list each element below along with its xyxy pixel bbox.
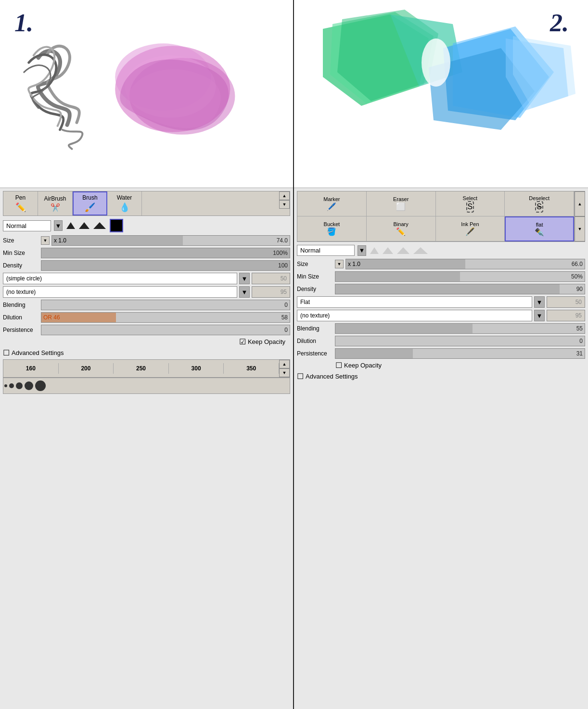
tool-scroll-down[interactable]: ▼: [279, 200, 290, 209]
left-texture-value: 95: [252, 286, 290, 298]
tool-brush[interactable]: Brush 🖌️: [73, 191, 107, 215]
left-density-row: Density 100: [3, 260, 290, 271]
left-persistence-slider[interactable]: 0: [41, 325, 290, 335]
right-keep-opacity-checkbox[interactable]: ☐: [335, 361, 342, 370]
airbrush-icon: ✂️: [51, 203, 60, 212]
right-tool-scroll: ▲ ▼: [574, 191, 585, 241]
left-min-size-slider[interactable]: 100%: [41, 248, 290, 258]
tool-pen[interactable]: Pen ✏️: [3, 191, 38, 215]
brush-dot-md: [16, 382, 23, 389]
preset-300[interactable]: 300: [169, 363, 224, 374]
left-brush-preview: [3, 378, 290, 394]
tool-bucket[interactable]: Bucket 🪣: [297, 216, 367, 241]
tool-select[interactable]: Select S: [436, 191, 505, 216]
right-tool-scroll-up[interactable]: ▲: [575, 191, 585, 216]
right-shape-dropdown-label[interactable]: Flat: [297, 296, 532, 308]
left-density-slider[interactable]: 100: [41, 260, 290, 271]
brush-shape-large-icon[interactable]: [92, 220, 107, 231]
tool-flat[interactable]: flat ✒️: [505, 216, 574, 241]
left-blending-value: 0: [284, 302, 288, 308]
tool-water[interactable]: Water 💧: [107, 191, 142, 215]
deselect-label: Deselect: [529, 195, 550, 201]
tool-scroll-up[interactable]: ▲: [279, 191, 290, 200]
preset-160[interactable]: 160: [3, 363, 59, 374]
marker-icon: 🖊️: [327, 202, 336, 211]
tool-deselect[interactable]: Deselect S: [505, 191, 574, 216]
right-blend-row: Normal ▼: [297, 245, 585, 256]
right-dilution-slider[interactable]: 0: [335, 336, 585, 346]
right-brush-shape-small-icon[interactable]: [369, 245, 380, 256]
right-size-decrease[interactable]: ▼: [335, 260, 344, 268]
tool-binary[interactable]: Binary ✏️: [367, 216, 436, 241]
right-shape-dropdown-arrow[interactable]: ▼: [534, 296, 545, 308]
left-blend-mode-label[interactable]: Normal: [3, 220, 51, 231]
pen-icon: ✏️: [15, 202, 26, 213]
water-label: Water: [117, 194, 132, 201]
right-size-row: Size ▼ x 1.0 66.0: [297, 259, 585, 269]
left-color-swatch[interactable]: [110, 219, 123, 232]
right-min-size-label: Min Size: [297, 273, 333, 280]
right-texture-dropdown-arrow[interactable]: ▼: [534, 310, 545, 321]
right-label: 2.: [550, 9, 569, 37]
right-blending-slider[interactable]: 55: [335, 323, 585, 334]
right-tool-scroll-down[interactable]: ▼: [575, 216, 585, 241]
left-persistence-label: Persistence: [3, 327, 39, 333]
brush-dot-xs: [4, 384, 7, 387]
right-brush-shape-medium-icon[interactable]: [382, 245, 394, 256]
tool-inkpen[interactable]: Ink Pen 🖋️: [436, 216, 505, 241]
left-blending-row: Blending 0: [3, 300, 290, 310]
right-density-slider[interactable]: 90: [335, 284, 585, 294]
select-icon: S: [466, 201, 474, 213]
right-brush-shape-large-icon[interactable]: [396, 245, 410, 256]
left-dilution-row: Dilution OR 46 58: [3, 312, 290, 323]
left-shape-dropdown-label[interactable]: (simple circle): [3, 273, 237, 284]
svg-marker-4: [66, 222, 75, 229]
preset-350[interactable]: 350: [224, 363, 279, 374]
right-persistence-slider[interactable]: 31: [335, 348, 585, 359]
left-keep-opacity-checkbox[interactable]: ☑: [239, 337, 246, 346]
left-keep-opacity-label: Keep Opacity: [248, 338, 285, 345]
right-dilution-value: 0: [579, 338, 583, 344]
right-size-multiplier: x 1.0: [348, 261, 360, 267]
preset-250[interactable]: 250: [114, 363, 169, 374]
left-canvas: 1.: [0, 0, 293, 188]
right-controls: Marker 🖊️ Eraser ⬜ Select S Deselect S B…: [294, 188, 588, 709]
right-advanced-checkbox[interactable]: ☐: [297, 372, 304, 381]
tool-airbrush[interactable]: AirBrush ✂️: [38, 191, 73, 215]
right-blend-mode-arrow[interactable]: ▼: [358, 245, 366, 256]
brush-shape-medium-icon[interactable]: [78, 220, 90, 231]
right-brush-shape-xl-icon[interactable]: [412, 245, 429, 256]
bucket-label: Bucket: [324, 221, 340, 227]
right-texture-dropdown-label[interactable]: (no texture): [297, 310, 532, 321]
right-texture-row: (no texture) ▼ 95: [297, 310, 585, 321]
right-blend-mode-label[interactable]: Normal: [297, 245, 355, 256]
preset-scroll-down[interactable]: ▼: [279, 368, 290, 377]
left-size-decrease[interactable]: ▼: [41, 236, 50, 245]
left-size-slider[interactable]: x 1.0 74.0: [51, 235, 290, 246]
flat-label: flat: [536, 222, 543, 228]
pen-label: Pen: [15, 194, 26, 201]
brush-shape-small-icon[interactable]: [65, 220, 76, 231]
tool-eraser[interactable]: Eraser ⬜: [367, 191, 436, 216]
tool-marker[interactable]: Marker 🖊️: [297, 191, 367, 216]
left-blending-slider[interactable]: 0: [41, 300, 290, 310]
preset-scroll-up[interactable]: ▲: [279, 360, 290, 368]
left-texture-dropdown-arrow[interactable]: ▼: [239, 286, 250, 298]
left-texture-dropdown-label[interactable]: (no texture): [3, 286, 237, 298]
right-size-slider[interactable]: x 1.0 66.0: [345, 259, 585, 269]
left-blend-mode-arrow[interactable]: ▼: [54, 220, 63, 231]
left-size-multiplier: x 1.0: [54, 237, 66, 244]
right-density-value: 90: [576, 286, 583, 292]
left-dilution-slider[interactable]: OR 46 58: [41, 312, 290, 323]
left-advanced-checkbox[interactable]: ☐: [3, 348, 10, 357]
right-size-label: Size: [297, 261, 333, 267]
right-persistence-value: 31: [576, 350, 583, 357]
right-panel: 2.: [294, 0, 588, 709]
left-size-row: Size ▼ x 1.0 74.0: [3, 235, 290, 246]
brush-dot-lg: [25, 381, 33, 390]
right-min-size-slider[interactable]: 50%: [335, 271, 585, 282]
left-shape-dropdown-arrow[interactable]: ▼: [239, 273, 250, 284]
right-density-row: Density 90: [297, 284, 585, 294]
preset-200[interactable]: 200: [59, 363, 114, 374]
flat-icon: ✒️: [535, 228, 544, 237]
